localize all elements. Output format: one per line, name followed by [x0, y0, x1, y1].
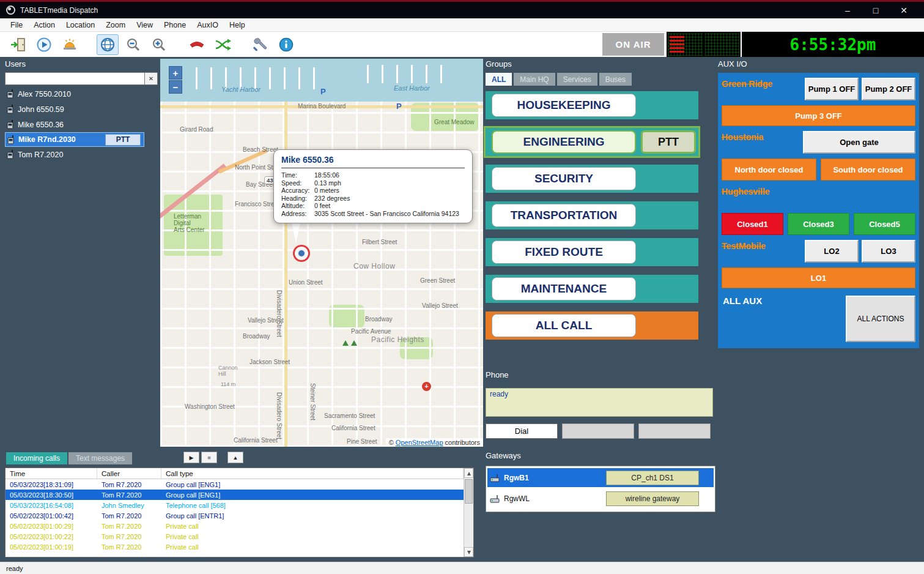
group-button-housekeeping[interactable]: HOUSEKEEPING	[492, 94, 636, 117]
map-label: Great Meadow	[434, 119, 475, 125]
groups-tab-services[interactable]: Services	[557, 73, 597, 86]
users-search-input[interactable]	[5, 72, 145, 85]
aux-button-closed5[interactable]: Closed5	[854, 213, 915, 235]
info-button[interactable]	[275, 34, 297, 55]
call-row[interactable]: 05/02/2023[01:00:29]Tom R7.2020Private c…	[6, 521, 464, 531]
phone-button-2[interactable]	[562, 423, 634, 439]
column-calltype[interactable]: Call type	[161, 468, 464, 479]
scroll-thumb[interactable]	[465, 479, 473, 504]
user-name: Mike 6550.36	[18, 121, 64, 129]
call-type: Group call [ENG1]	[161, 491, 464, 499]
patch-button[interactable]	[212, 34, 234, 55]
scroll-up-button[interactable]	[464, 468, 473, 478]
user-name: Mike R7nd.2030	[18, 135, 76, 144]
user-list-item[interactable]: Mike R7nd.2030PTT	[5, 132, 144, 147]
group-button-transportation[interactable]: TRANSPORTATION	[492, 204, 636, 227]
hangup-button[interactable]	[186, 34, 208, 55]
group-ptt-button[interactable]: PTT	[641, 130, 696, 154]
call-row[interactable]: 05/02/2023[01:00:22]Tom R7.2020Private c…	[6, 531, 464, 542]
gateway-button-wireline-gateway[interactable]: wireline gateway	[606, 491, 699, 506]
call-row[interactable]: 05/02/2023[01:00:19]Tom R7.2020Private c…	[6, 542, 464, 552]
call-row[interactable]: 05/03/2023[16:54:08]John SmedleyTelephon…	[6, 500, 464, 510]
groups-tab-buses[interactable]: Buses	[599, 73, 632, 86]
playback-button[interactable]	[33, 34, 55, 55]
gateway-button-cp-ch1-ds1[interactable]: CP_ch1 DS1	[606, 471, 699, 485]
call-time: 05/03/2023[18:30:50]	[6, 491, 97, 499]
aux-button-closed3[interactable]: Closed3	[788, 213, 849, 235]
group-row-maintenance: MAINTENANCE	[486, 275, 698, 303]
calls-tab-text-messages[interactable]: Text messages	[68, 452, 132, 464]
osm-link[interactable]: OpenStreetMap	[396, 439, 443, 446]
group-button-maintenance[interactable]: MAINTENANCE	[492, 277, 636, 300]
menu-item-auxio[interactable]: AuxIO	[191, 19, 224, 31]
map-zoom-out-button[interactable]: −	[169, 80, 182, 94]
user-list-item[interactable]: Alex 7550.2010	[5, 86, 158, 102]
user-list-item[interactable]: Mike 6550.36	[5, 117, 158, 132]
dial-button[interactable]: Dial	[486, 423, 558, 439]
menu-item-file[interactable]: File	[5, 19, 28, 31]
maximize-button[interactable]: □	[862, 6, 890, 15]
map-canvas[interactable]: + Mike 6550.36 Time:18:55:06Speed:0.13 m…	[160, 59, 483, 447]
call-row[interactable]: 05/03/2023[18:31:09]Tom R7.2020Group cal…	[6, 479, 464, 490]
zoom-out-button[interactable]	[122, 34, 144, 55]
calls-play-button[interactable]: ▶	[183, 452, 199, 463]
aux-button-pump-2-off[interactable]: Pump 2 OFF	[862, 78, 915, 100]
aux-button-open-gate[interactable]: Open gate	[803, 131, 915, 154]
calls-tab-incoming-calls[interactable]: Incoming calls	[6, 452, 67, 464]
aux-button-lo1[interactable]: LO1	[722, 267, 915, 288]
menu-item-location[interactable]: Location	[61, 19, 100, 31]
groups-tab-all[interactable]: ALL	[486, 73, 512, 86]
phone-display[interactable]: ready	[486, 388, 713, 417]
aux-button-lo2[interactable]: LO2	[805, 240, 859, 263]
map-label: Beach Street	[243, 146, 278, 153]
popup-row: Time:18:55:06	[281, 171, 465, 179]
gateway-row-rgwwl[interactable]: RgwWLwireline gateway	[487, 489, 714, 508]
user-list-item[interactable]: John 6550.59	[5, 102, 158, 117]
call-row[interactable]: 05/03/2023[18:30:50]Tom R7.2020Group cal…	[6, 490, 464, 500]
map-label: Steiner Street	[309, 383, 316, 420]
gateway-row-rgwb1[interactable]: RgwB1CP_ch1 DS1	[487, 468, 714, 487]
menu-item-phone[interactable]: Phone	[158, 19, 191, 31]
zoom-in-button[interactable]	[148, 34, 170, 55]
menu-item-view[interactable]: View	[131, 19, 158, 31]
zoom-in-icon	[151, 37, 167, 53]
on-air-button[interactable]: ON AIR	[602, 33, 664, 56]
menu-item-action[interactable]: Action	[28, 19, 61, 31]
calls-stop-button[interactable]: ■	[201, 452, 217, 463]
call-time: 05/02/2023[01:00:29]	[6, 523, 97, 530]
column-time[interactable]: Time	[6, 468, 97, 479]
exit-button[interactable]	[7, 34, 29, 55]
aux-button-south-door-closed[interactable]: South door closed	[821, 158, 915, 181]
aux-button-pump-3-off[interactable]: Pump 3 OFF	[722, 105, 915, 126]
group-button-security[interactable]: SECURITY	[492, 167, 636, 190]
groups-tab-main-hq[interactable]: Main HQ	[514, 73, 555, 86]
group-button-all-call[interactable]: ALL CALL	[492, 314, 636, 337]
gateway-name: RgwB1	[504, 474, 529, 482]
menu-item-zoom[interactable]: Zoom	[100, 19, 131, 31]
calls-up-button[interactable]: ▲	[227, 452, 243, 463]
aux-button-all-actions[interactable]: ALL ACTIONS	[846, 296, 915, 342]
aux-button-north-door-closed[interactable]: North door closed	[722, 158, 816, 181]
aux-button-closed1[interactable]: Closed1	[722, 213, 783, 235]
scroll-down-button[interactable]	[464, 547, 473, 557]
column-caller[interactable]: Caller	[97, 468, 161, 479]
aux-button-pump-1-off[interactable]: Pump 1 OFF	[805, 78, 859, 100]
settings-button[interactable]	[249, 34, 272, 55]
call-time: 05/03/2023[16:54:08]	[6, 502, 97, 509]
phone-button-3[interactable]	[638, 423, 711, 439]
close-button[interactable]: ✕	[890, 6, 918, 15]
clear-search-button[interactable]: ✕	[145, 72, 158, 85]
aux-button-lo3[interactable]: LO3	[862, 240, 915, 263]
map-zoom-in-button[interactable]: +	[169, 66, 182, 80]
user-location-marker[interactable]	[293, 245, 310, 262]
minimize-button[interactable]: –	[833, 6, 862, 15]
group-button-engineering[interactable]: ENGINEERING	[492, 130, 636, 154]
user-list-item[interactable]: Tom R7.2020	[5, 147, 158, 162]
group-button-fixed-route[interactable]: FIXED ROUTE	[492, 240, 636, 264]
calls-scrollbar[interactable]	[464, 468, 473, 557]
call-row[interactable]: 05/02/2023[01:00:42]Tom R7.2020Group cal…	[6, 510, 464, 521]
map-view-button[interactable]	[97, 34, 119, 55]
user-ptt-button[interactable]: PTT	[105, 134, 141, 146]
menu-item-help[interactable]: Help	[224, 19, 251, 31]
alert-button[interactable]	[59, 34, 81, 55]
